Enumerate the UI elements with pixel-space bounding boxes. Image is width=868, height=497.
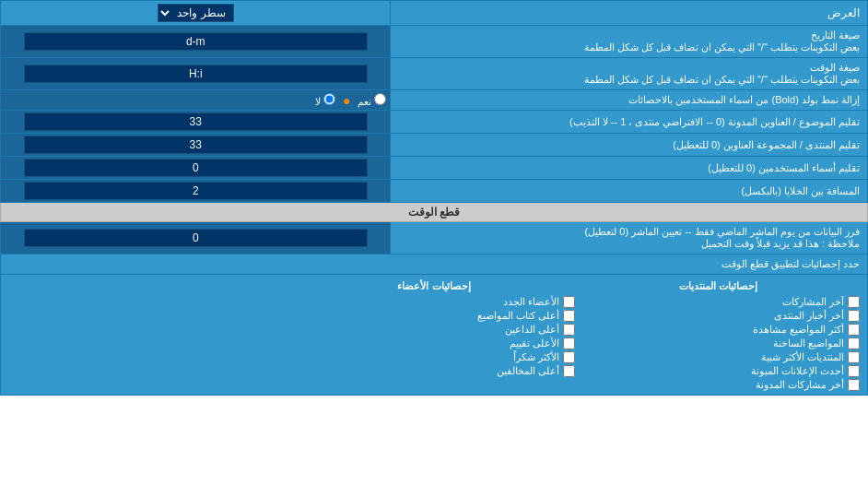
stat-item-6: أحدث الإعلانات المبونة <box>577 365 860 377</box>
stat-item-m6: أعلى المخالفين <box>293 365 576 377</box>
time-format-input[interactable] <box>24 65 368 83</box>
date-format-row: صيغة التاريخ بعض التكوينات يتطلب "/" الت… <box>1 26 868 58</box>
time-format-input-cell <box>1 58 391 90</box>
trim-topic-row: تقليم الموضوع / العناوين المدونة (0 -- ا… <box>1 111 868 134</box>
stats-col-forums: إحصائيات المنتديات آخر المشاركات أخر أخب… <box>577 278 860 391</box>
date-format-input-cell <box>1 26 391 58</box>
stat-item-m2: أعلى كتاب المواضيع <box>293 310 576 322</box>
radio-yes-label: نعم <box>358 93 386 108</box>
stat-item-m4: الأعلى تقييم <box>293 337 576 349</box>
stat-label-2: أخر أخبار المنتدى <box>774 310 844 322</box>
stat-label-6: أحدث الإعلانات المبونة <box>751 365 844 377</box>
stat-label-5: المنتديات الأكثر شبية <box>761 351 844 363</box>
trim-users-input[interactable] <box>24 159 368 177</box>
top-label: العرض <box>391 1 868 26</box>
stats-section: إحصائيات المنتديات آخر المشاركات أخر أخب… <box>1 275 868 396</box>
top-row: العرض سطر واحدسطرينثلاثة أسطر <box>1 1 868 26</box>
stat-label-m6: أعلى المخالفين <box>497 365 559 377</box>
col3-title <box>8 278 291 282</box>
stats-row: إحصائيات المنتديات آخر المشاركات أخر أخب… <box>1 275 868 396</box>
time-format-label: صيغة الوقت بعض التكوينات يتطلب "/" التي … <box>391 58 868 90</box>
cell-spacing-row: المسافة بين الخلايا (بالبكسل) <box>1 180 868 203</box>
top-select[interactable]: سطر واحدسطرينثلاثة أسطر <box>158 4 234 22</box>
cell-spacing-label: المسافة بين الخلايا (بالبكسل) <box>391 180 868 203</box>
stat-label-7: أخر مشاركات المدونة <box>756 379 844 391</box>
stat-item-m3: أعلى الداعين <box>293 324 576 336</box>
stat-checkbox-m1[interactable] <box>563 296 575 308</box>
cutoff-input-cell <box>1 222 391 254</box>
trim-topic-label: تقليم الموضوع / العناوين المدونة (0 -- ا… <box>391 111 868 134</box>
top-select-cell: سطر واحدسطرينثلاثة أسطر <box>1 1 391 26</box>
stat-checkbox-2[interactable] <box>848 310 860 322</box>
trim-topic-input-cell <box>1 111 391 134</box>
limit-label: حدد إحصائيات لتطبيق قطع الوقت <box>1 254 868 275</box>
stat-checkbox-3[interactable] <box>848 324 860 336</box>
time-format-row: صيغة الوقت بعض التكوينات يتطلب "/" التي … <box>1 58 868 90</box>
stat-checkbox-m2[interactable] <box>563 310 575 322</box>
trim-forum-input-cell <box>1 134 391 157</box>
section-title: قطع الوقت <box>1 203 868 222</box>
stat-item-5: المنتديات الأكثر شبية <box>577 351 860 363</box>
stat-checkbox-4[interactable] <box>848 337 860 349</box>
stat-label-4: المواضيع الساخنة <box>773 337 844 349</box>
stat-checkbox-m6[interactable] <box>563 365 575 377</box>
section-title-row: قطع الوقت <box>1 203 868 222</box>
trim-users-row: تقليم أسماء المستخدمين (0 للتعطيل) <box>1 157 868 180</box>
stat-item-2: أخر أخبار المنتدى <box>577 310 860 322</box>
stat-item-m1: الأعضاء الجدد <box>293 296 576 308</box>
stats-col-members: إحصائيات الأعضاء الأعضاء الجدد أعلى كتاب… <box>293 278 576 391</box>
stat-checkbox-1[interactable] <box>848 296 860 308</box>
limit-label-row: حدد إحصائيات لتطبيق قطع الوقت <box>1 254 868 275</box>
date-format-input[interactable] <box>24 32 368 51</box>
stat-item-m5: الأكثر شكراً <box>293 351 576 363</box>
cell-spacing-input[interactable] <box>24 182 368 200</box>
radio-no-label: لا <box>315 93 335 108</box>
stat-item-1: آخر المشاركات <box>577 296 860 308</box>
stat-label-3: أكثر المواضيع مشاهدة <box>753 324 844 336</box>
bold-remove-label: إزالة نمط بولد (Bold) من اسماء المستخدمي… <box>391 90 868 111</box>
trim-users-label: تقليم أسماء المستخدمين (0 للتعطيل) <box>391 157 868 180</box>
radio-yes[interactable] <box>374 93 386 105</box>
stat-item-3: أكثر المواضيع مشاهدة <box>577 324 860 336</box>
stat-checkbox-m5[interactable] <box>563 351 575 363</box>
trim-users-input-cell <box>1 157 391 180</box>
trim-topic-input[interactable] <box>24 112 368 131</box>
col1-title: إحصائيات المنتديات <box>577 278 860 294</box>
trim-forum-input[interactable] <box>24 136 368 154</box>
stat-checkbox-6[interactable] <box>848 365 860 377</box>
radio-no[interactable] <box>323 93 335 105</box>
date-format-label: صيغة التاريخ بعض التكوينات يتطلب "/" الت… <box>391 26 868 58</box>
stat-label-m4: الأعلى تقييم <box>510 337 559 349</box>
stat-label-1: آخر المشاركات <box>782 296 844 308</box>
cell-spacing-input-cell <box>1 180 391 203</box>
stat-label-m1: الأعضاء الجدد <box>503 296 559 308</box>
stats-col-extra <box>8 278 291 391</box>
cutoff-label: فرز البيانات من يوم الماشر الماضي فقط --… <box>391 222 868 254</box>
stat-checkbox-5[interactable] <box>848 351 860 363</box>
stat-checkbox-7[interactable] <box>848 379 860 391</box>
stat-item-4: المواضيع الساخنة <box>577 337 860 349</box>
bold-remove-row: إزالة نمط بولد (Bold) من اسماء المستخدمي… <box>1 90 868 111</box>
cutoff-row: فرز البيانات من يوم الماشر الماضي فقط --… <box>1 222 868 254</box>
stats-grid: إحصائيات المنتديات آخر المشاركات أخر أخب… <box>8 278 860 391</box>
bold-remove-radio-cell: نعم ● لا <box>1 90 391 111</box>
stat-checkbox-m4[interactable] <box>563 337 575 349</box>
stat-label-m2: أعلى كتاب المواضيع <box>477 310 559 322</box>
stat-item-7: أخر مشاركات المدونة <box>577 379 860 391</box>
cutoff-input[interactable] <box>24 229 368 247</box>
col2-title: إحصائيات الأعضاء <box>293 278 576 294</box>
stat-checkbox-m3[interactable] <box>563 324 575 336</box>
trim-forum-row: تقليم المنتدى / المجموعة العناوين (0 للت… <box>1 134 868 157</box>
stat-label-m5: الأكثر شكراً <box>513 351 559 363</box>
stat-label-m3: أعلى الداعين <box>505 324 559 336</box>
trim-forum-label: تقليم المنتدى / المجموعة العناوين (0 للت… <box>391 134 868 157</box>
